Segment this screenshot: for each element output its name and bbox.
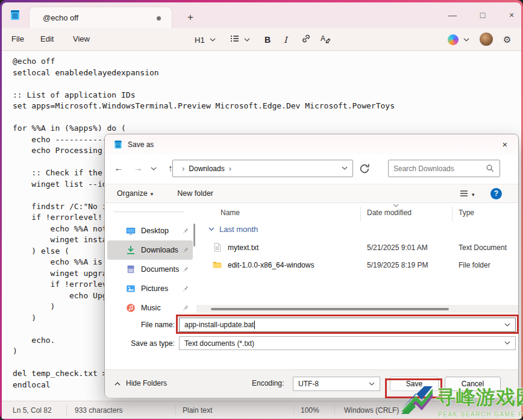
file-name: edit-1.0.0-x86_64-windows: [228, 261, 314, 269]
dialog-command-bar: Organize▾ New folder ▾ ?: [105, 184, 518, 203]
clear-formatting-button[interactable]: A: [320, 33, 331, 47]
link-button[interactable]: [301, 33, 312, 47]
code-line: @echo off: [13, 56, 521, 67]
column-header-date-modified[interactable]: Date modified: [367, 208, 412, 217]
heading-style-dropdown[interactable]: H1: [195, 33, 216, 47]
dialog-titlebar: Save as ×: [105, 134, 518, 155]
document-format: Plain text: [183, 406, 212, 415]
clear-formatting-icon: A: [320, 33, 331, 47]
menu-edit[interactable]: Edit: [37, 33, 57, 45]
recent-locations-button[interactable]: [148, 160, 159, 177]
horizontal-scrollbar[interactable]: [196, 305, 518, 313]
dialog-title: Save as: [128, 140, 154, 149]
link-icon: [301, 33, 312, 46]
column-header-type[interactable]: Type: [459, 208, 474, 217]
chevron-down-icon: [244, 38, 250, 42]
search-icon: [486, 164, 495, 173]
list-dropdown[interactable]: [230, 33, 250, 47]
sidebar-item-label: Downloads: [141, 246, 178, 254]
text-file-icon: [212, 242, 222, 252]
column-header-name[interactable]: Name: [221, 208, 240, 217]
status-divider: [66, 406, 67, 415]
help-button[interactable]: ?: [490, 188, 502, 199]
code-line: [13, 78, 521, 90]
file-list: mytext.txt5/21/2025 9:01 AMText Document…: [196, 239, 518, 274]
new-tab-button[interactable]: +: [183, 10, 198, 25]
save-as-type-value: Text documents (*.txt): [184, 339, 254, 348]
breadcrumb-location[interactable]: Downloads: [189, 165, 224, 173]
menu-file[interactable]: File: [8, 33, 28, 45]
screenshot: @echo off + — □ × File Edit View H1 B I: [0, 0, 523, 420]
save-as-type-dropdown[interactable]: Text documents (*.txt): [179, 336, 516, 350]
dialog-sidebar-list: DesktopDownloadsDocumentsPicturesMusic: [107, 221, 193, 314]
music-icon: [125, 302, 136, 313]
pin-icon: [181, 227, 189, 235]
file-row[interactable]: mytext.txt5/21/2025 9:01 AMText Document: [196, 239, 518, 257]
dropdown-arrow-icon: ▾: [472, 192, 475, 198]
maximize-button[interactable]: □: [471, 6, 495, 24]
pin-icon: [181, 265, 189, 274]
code-line: [13, 112, 521, 124]
chevron-down-icon: [369, 382, 375, 386]
folder-icon: [212, 260, 222, 270]
notepad-toolbar: File Edit View H1 B I A: [2, 28, 521, 51]
settings-button[interactable]: ⚙: [503, 33, 511, 47]
column-divider[interactable]: [452, 207, 453, 221]
copilot-button[interactable]: [448, 33, 469, 47]
sidebar-scrollbar[interactable]: [193, 224, 195, 246]
dialog-sidebar: DesktopDownloadsDocumentsPicturesMusic: [105, 203, 195, 314]
sidebar-item-music[interactable]: Music: [107, 298, 193, 314]
view-mode-button[interactable]: ▾: [459, 189, 475, 200]
list-view-icon: [459, 189, 469, 200]
new-folder-button[interactable]: New folder: [177, 189, 213, 198]
watermark-logo-icon: [400, 386, 434, 416]
svg-text:A: A: [321, 34, 325, 43]
sidebar-item-downloads[interactable]: Downloads: [107, 240, 193, 260]
chevron-down-icon[interactable]: [342, 166, 348, 171]
forward-button[interactable]: →: [130, 160, 146, 177]
tab-echo-off[interactable]: @echo off: [29, 7, 172, 28]
file-pane: Name Date modified Type Last month mytex…: [196, 203, 518, 314]
group-header-last-month[interactable]: Last month: [208, 225, 258, 234]
group-label: Last month: [219, 225, 258, 234]
code-line: setlocal enabledelayedexpansion: [13, 67, 521, 79]
dropdown-arrow-icon: ▾: [151, 191, 154, 197]
bulleted-list-icon: [230, 33, 240, 46]
file-row[interactable]: edit-1.0.0-x86_64-windows5/19/2025 8:19 …: [196, 257, 518, 274]
organize-button[interactable]: Organize▾: [117, 189, 153, 198]
column-divider[interactable]: [360, 207, 361, 221]
back-button[interactable]: ←: [111, 160, 127, 177]
status-divider: [175, 406, 176, 415]
breadcrumb-separator: ›: [229, 164, 231, 173]
sidebar-item-documents[interactable]: Documents: [107, 260, 193, 279]
italic-button[interactable]: I: [284, 33, 287, 47]
bold-button[interactable]: B: [265, 33, 271, 47]
encoding-dropdown[interactable]: UTF-8: [293, 377, 380, 391]
sidebar-item-label: Desktop: [141, 227, 169, 235]
save-as-dialog: Save as × ← → ↑ › Downloads › Search Dow…: [104, 134, 519, 398]
sidebar-item-desktop[interactable]: Desktop: [107, 221, 193, 240]
zoom-level: 100%: [301, 406, 319, 415]
file-name: mytext.txt: [228, 243, 258, 252]
address-bar[interactable]: › Downloads ›: [172, 160, 353, 177]
search-input[interactable]: Search Downloads: [388, 160, 500, 177]
sort-indicator-icon: [393, 204, 399, 208]
horizontal-scrollbar-thumb[interactable]: [211, 308, 449, 310]
dialog-close-button[interactable]: ×: [495, 137, 515, 152]
minimize-button[interactable]: —: [440, 6, 465, 24]
code-line: for %%A in (%apps%) do (: [13, 123, 521, 134]
account-button[interactable]: [480, 32, 493, 46]
desktop-icon: [125, 225, 136, 236]
menu-view[interactable]: View: [69, 33, 93, 45]
close-button[interactable]: ×: [500, 6, 521, 24]
avatar: [480, 33, 493, 46]
hide-folders-button[interactable]: Hide Folders: [114, 379, 167, 387]
chevron-down-icon: [208, 227, 215, 231]
refresh-button[interactable]: [358, 162, 371, 175]
chevron-down-icon: [151, 167, 157, 171]
sidebar-item-pictures[interactable]: Pictures: [107, 279, 193, 298]
tab-title: @echo off: [43, 13, 78, 22]
cursor-position: Ln 5, Col 82: [13, 406, 52, 415]
refresh-icon: [358, 162, 371, 175]
organize-label: Organize: [117, 189, 148, 198]
